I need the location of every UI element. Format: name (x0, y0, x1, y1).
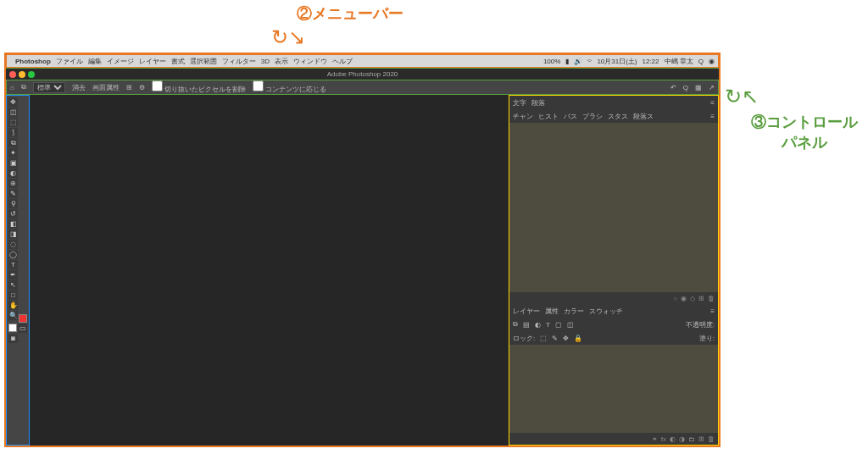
menu-layer[interactable]: レイヤー (139, 57, 166, 66)
dodge-tool[interactable]: ◯ (8, 250, 18, 259)
menu-type[interactable]: 書式 (171, 57, 185, 66)
lock-trans-icon[interactable]: ⬚ (540, 335, 547, 342)
tab-paragraph-styles[interactable]: 段落ス (633, 112, 654, 121)
artboard-tool[interactable]: ◫ (8, 108, 18, 117)
fx-icon[interactable]: fx (661, 435, 666, 443)
trash-icon[interactable]: 🗑 (708, 295, 715, 302)
app-menu[interactable]: Photoshop (15, 58, 51, 65)
lasso-tool[interactable]: ⟆ (8, 128, 18, 137)
menubar-zoom[interactable]: 100% (543, 58, 560, 65)
control-clear[interactable]: 消去 (72, 83, 86, 92)
move-tool[interactable]: ✥ (8, 97, 18, 107)
brush-tool[interactable]: ✎ (8, 189, 18, 198)
share-icon[interactable]: ↗ (709, 84, 715, 91)
tab-brushes[interactable]: ブラシ (582, 112, 603, 121)
panel-menu-icon[interactable]: ≡ (710, 307, 715, 315)
new-path-icon[interactable]: ○ (673, 295, 677, 302)
blur-tool[interactable]: ◌ (8, 240, 18, 249)
grid-icon[interactable]: ▦ (695, 84, 702, 91)
new-icon[interactable]: ⊞ (698, 295, 704, 302)
panel-menu-icon[interactable]: ≡ (710, 99, 715, 107)
stamp-tool[interactable]: ⚲ (8, 199, 18, 208)
gear-icon[interactable]: ⚙ (139, 84, 145, 91)
filter-kind-icon[interactable]: ⧉ (513, 320, 518, 329)
trash-icon[interactable]: 🗑 (708, 435, 715, 443)
undo-icon[interactable]: ↶ (670, 84, 676, 91)
volume-icon[interactable]: 🔊 (574, 58, 582, 65)
filter-smart-icon[interactable]: ◫ (567, 321, 574, 329)
lock-pixel-icon[interactable]: ✎ (552, 335, 558, 342)
tab-history[interactable]: ヒスト (538, 112, 559, 121)
filter-pixel-icon[interactable]: ▤ (523, 321, 530, 329)
control-checkbox-2[interactable]: コンテンツに応じる (253, 80, 326, 94)
control-attrs[interactable]: 画面属性 (92, 83, 120, 92)
screen-mode[interactable]: ▭ (18, 324, 27, 333)
tab-channels[interactable]: チャン (513, 112, 533, 121)
new-layer-icon[interactable]: ⊞ (698, 435, 704, 443)
group-icon[interactable]: 🗀 (688, 435, 695, 443)
control-checkbox-1[interactable]: 切り抜いたピクセルを割除 (152, 80, 246, 94)
search-icon[interactable]: Q (683, 84, 688, 91)
filter-adj-icon[interactable]: ◐ (535, 321, 541, 329)
wifi-icon[interactable]: ⌔ (587, 58, 592, 65)
menu-window[interactable]: ウィンドウ (293, 57, 327, 66)
stroke-path-icon[interactable]: ◇ (690, 295, 695, 302)
frame-tool[interactable]: ▣ (8, 158, 18, 168)
history-brush-tool[interactable]: ↺ (8, 209, 18, 219)
close-button[interactable] (9, 71, 16, 78)
eyedropper-tool[interactable]: ◐ (8, 169, 18, 178)
siri-icon[interactable]: ◉ (709, 58, 715, 65)
tab-styles[interactable]: スタス (608, 112, 628, 121)
wand-tool[interactable]: ✦ (8, 148, 18, 158)
filter-type-icon[interactable]: T (546, 321, 550, 329)
menubar-time[interactable]: 12:22 (643, 58, 659, 65)
tab-layers[interactable]: レイヤー (513, 307, 540, 316)
crop-tool[interactable]: ⧉ (8, 138, 18, 147)
tab-character[interactable]: 文字 (513, 98, 526, 108)
panel-group-1-tabs: 文字 段落 ≡ (509, 96, 718, 109)
foreground-swatch[interactable] (19, 314, 27, 323)
home-button[interactable]: ⌂ (10, 84, 14, 91)
tab-properties[interactable]: 属性 (545, 307, 559, 316)
path-tool[interactable]: ↖ (8, 280, 18, 290)
hand-tool[interactable]: ✋ (8, 301, 18, 310)
menubar-date[interactable]: 10月31日(土) (597, 57, 637, 66)
background-swatch[interactable] (8, 324, 17, 332)
shape-tool[interactable]: □ (8, 291, 18, 300)
lock-pos-icon[interactable]: ✥ (563, 335, 569, 342)
maximize-button[interactable] (28, 71, 35, 78)
type-tool[interactable]: T (8, 260, 18, 269)
filter-shape-icon[interactable]: ▢ (555, 321, 562, 329)
menu-edit[interactable]: 編集 (88, 57, 102, 66)
menu-image[interactable]: イメージ (107, 57, 134, 66)
menu-view[interactable]: 表示 (275, 57, 288, 66)
link-icon[interactable]: ⚭ (652, 435, 658, 443)
gradient-tool[interactable]: ◨ (8, 230, 18, 239)
mask-icon[interactable]: ◐ (670, 435, 676, 443)
adjustment-icon[interactable]: ◑ (679, 435, 685, 443)
quickmask[interactable]: ◙ (8, 334, 18, 343)
tab-color[interactable]: カラー (564, 307, 584, 316)
zoom-tool[interactable]: 🔍 (8, 311, 18, 320)
pen-tool[interactable]: ✒ (8, 270, 18, 280)
lock-all-icon[interactable]: 🔒 (574, 335, 582, 342)
eraser-tool[interactable]: ◧ (8, 219, 18, 229)
menu-select[interactable]: 選択範囲 (190, 57, 217, 66)
menubar-user[interactable]: 中嶋 章太 (665, 57, 693, 66)
tab-swatches[interactable]: スウォッチ (589, 307, 623, 316)
panel-menu-icon[interactable]: ≡ (710, 113, 715, 120)
healing-tool[interactable]: ⊕ (8, 179, 18, 188)
fill-path-icon[interactable]: ◉ (681, 295, 687, 302)
spotlight-icon[interactable]: Q (698, 58, 704, 65)
menu-3d[interactable]: 3D (261, 58, 270, 65)
menu-filter[interactable]: フィルター (222, 57, 256, 66)
tab-paragraph[interactable]: 段落 (531, 98, 545, 108)
minimize-button[interactable] (19, 71, 25, 78)
tab-paths[interactable]: パス (564, 112, 577, 121)
canvas[interactable] (30, 95, 509, 446)
mode-select[interactable]: 標準 (33, 82, 65, 93)
menu-help[interactable]: ヘルプ (332, 57, 353, 66)
menu-file[interactable]: ファイル (56, 57, 83, 66)
ruler-icon[interactable]: ⊞ (126, 84, 132, 91)
marquee-tool[interactable]: ⬚ (8, 118, 18, 127)
